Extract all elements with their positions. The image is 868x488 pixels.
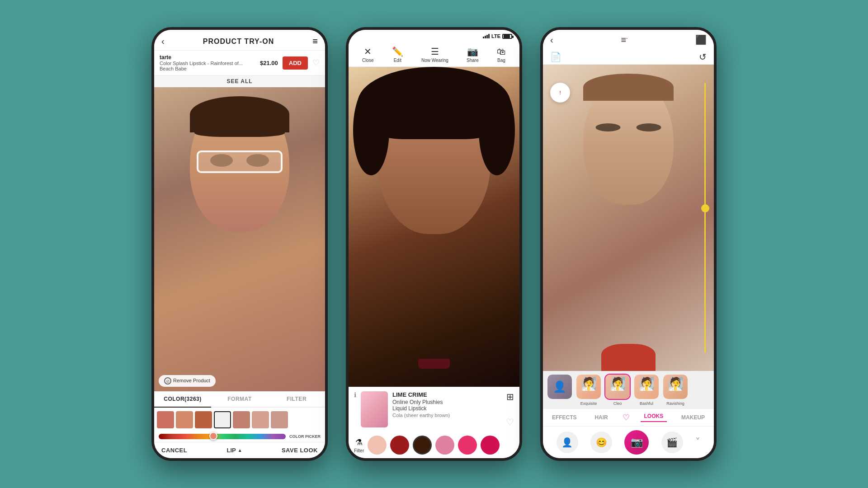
favorite-icon[interactable]: ♡ [506, 417, 514, 427]
brand-name: LIME CRIME [392, 391, 501, 398]
edit-item[interactable]: ✏️ Edit [392, 46, 403, 63]
phone1-header: ‹ PRODUCT TRY-ON ≡ [154, 30, 325, 51]
look-bashful[interactable]: 🧖 Bashful [633, 374, 660, 406]
tab-looks[interactable]: LOOKS [641, 413, 667, 422]
document-icon[interactable]: 📄 [550, 52, 561, 62]
bottom-actions: 👤 😊 📷 🎬 ˅ [543, 426, 714, 458]
alert-icon: ! [559, 90, 561, 95]
tab-filter[interactable]: FILTER [268, 391, 325, 407]
swatch-5[interactable] [233, 411, 250, 428]
add-button[interactable]: ADD [283, 56, 308, 70]
phone3-header: ‹ ≡• ⬛ [543, 30, 714, 50]
lip-selector[interactable]: LIP ▲ [226, 447, 242, 454]
menu-dot-icon[interactable]: ≡• [621, 35, 627, 45]
battery-icon [502, 34, 512, 39]
camera-capture-button[interactable]: 📷 [624, 430, 649, 455]
remove-product-button[interactable]: ⊘ Remove Product [159, 375, 216, 387]
bag-item[interactable]: 🛍 Bag [497, 47, 506, 63]
video-button[interactable]: 🎬 [661, 432, 683, 453]
see-all-bar[interactable]: SEE ALL [154, 75, 325, 87]
close-item[interactable]: ✕ Close [362, 46, 374, 63]
slider-thumb[interactable] [701, 204, 709, 212]
shade-3-selected[interactable] [413, 436, 432, 455]
swatch-3[interactable] [195, 411, 212, 428]
look-label-cleo: Cleo [613, 401, 622, 406]
gradient-bar[interactable] [159, 434, 286, 439]
signal-icon [483, 34, 490, 38]
phone2-frame: LTE ✕ Close ✏️ Edit ☰ Now Wearing 📷 Shar… [346, 27, 522, 461]
avatar-button[interactable]: 👤 [557, 432, 578, 453]
cancel-button[interactable]: CANCEL [161, 447, 187, 454]
close-icon: ✕ [364, 46, 372, 57]
product-brand: tarte [160, 54, 255, 61]
look-exquisite[interactable]: 🧖 Exquisite [576, 374, 602, 406]
chevron-up-icon: ▲ [238, 448, 242, 453]
swatch-7[interactable] [271, 411, 288, 428]
wishlist-icon[interactable]: ♡ [312, 58, 320, 68]
color-swatches [154, 408, 325, 432]
refresh-icon[interactable]: ↺ [699, 52, 707, 62]
tab-hair[interactable]: HAIR [591, 414, 611, 421]
add-to-bag-icon[interactable]: ⊞ [506, 391, 514, 402]
tab-makeup[interactable]: MAKEUP [678, 414, 708, 421]
product-panel: ℹ LIME CRIME Online Only Plushies Liquid… [349, 387, 519, 432]
close-label: Close [362, 58, 374, 63]
share-item[interactable]: 📷 Share [467, 46, 479, 63]
slider-track [704, 83, 706, 353]
tab-effects[interactable]: EFFECTS [548, 414, 580, 421]
tab-format[interactable]: FORMAT [211, 391, 268, 407]
product-type: Liquid Lipstick [392, 405, 501, 412]
shade-4[interactable] [435, 436, 454, 455]
swatch-6[interactable] [252, 411, 269, 428]
status-icons: LTE [483, 33, 512, 39]
now-wearing-item[interactable]: ☰ Now Wearing [421, 46, 448, 63]
swatch-1[interactable] [157, 411, 174, 428]
remove-label: Remove Product [173, 378, 210, 384]
menu-icon[interactable]: ≡ [312, 36, 318, 47]
look-thumb-exquisite: 🧖 [576, 374, 602, 400]
status-bar: LTE [349, 30, 519, 42]
back-icon-3[interactable]: ‹ [550, 35, 553, 45]
camera-view: ⊘ Remove Product [154, 87, 325, 391]
shade-1[interactable] [368, 436, 387, 455]
phone3-frame: ‹ ≡• ⬛ 📄 ↺ ! [540, 27, 717, 461]
tab-color[interactable]: COLOR(3263) [154, 391, 211, 408]
filter-button[interactable]: ⚗ Filter [354, 437, 364, 453]
camera-icon-3[interactable]: ⬛ [695, 34, 707, 45]
product-price: $21.00 [260, 60, 278, 66]
look-cleo[interactable]: 🧖 Cleo [604, 374, 631, 406]
alert-badge[interactable]: ! [550, 83, 570, 103]
edit-label: Edit [394, 58, 401, 63]
swatch-4-selected[interactable] [214, 411, 231, 428]
bag-label: Bag [497, 58, 505, 63]
info-icon[interactable]: ℹ [354, 391, 356, 399]
bottom-bar: CANCEL LIP ▲ SAVE LOOK [154, 442, 325, 458]
chevron-down-button[interactable]: ˅ [695, 436, 700, 448]
product-shade: Cola (sheer earthy brown) [392, 413, 501, 418]
tab-heart[interactable]: ♡ [623, 413, 630, 422]
looks-strip: 👤 🧖 Exquisite 🧖 Cleo 🧖 Bashful 🧖 [543, 371, 714, 408]
look-label-ravishing: Ravishing [666, 401, 684, 406]
shirt-accent [601, 344, 656, 371]
category-tabs: EFFECTS HAIR ♡ LOOKS MAKEUP [543, 408, 714, 426]
shade-5[interactable] [458, 436, 477, 455]
save-look-button[interactable]: SAVE LOOK [282, 447, 318, 454]
gradient-thumb[interactable] [209, 432, 217, 440]
back-icon[interactable]: ‹ [161, 36, 165, 47]
shades-row: ⚗ Filter [349, 432, 519, 458]
look-ravishing[interactable]: 🧖 Ravishing [662, 374, 689, 406]
face-button[interactable]: 😊 [590, 432, 612, 453]
lte-label: LTE [491, 33, 500, 39]
intensity-slider[interactable] [704, 83, 706, 353]
look-label-exquisite: Exquisite [580, 401, 597, 406]
look-thumb-ravishing: 🧖 [662, 374, 689, 400]
look-user[interactable]: 👤 [547, 374, 573, 406]
product-sub: Beach Babe [160, 66, 255, 71]
swatch-2[interactable] [176, 411, 193, 428]
color-picker-bar: COLOR PICKER [154, 432, 325, 442]
look-label-bashful: Bashful [640, 401, 653, 406]
filter-icon: ⚗ [355, 437, 363, 447]
shade-2[interactable] [390, 436, 409, 455]
toolbar: ✕ Close ✏️ Edit ☰ Now Wearing 📷 Share 🛍 … [349, 42, 519, 67]
shade-6[interactable] [481, 436, 500, 455]
